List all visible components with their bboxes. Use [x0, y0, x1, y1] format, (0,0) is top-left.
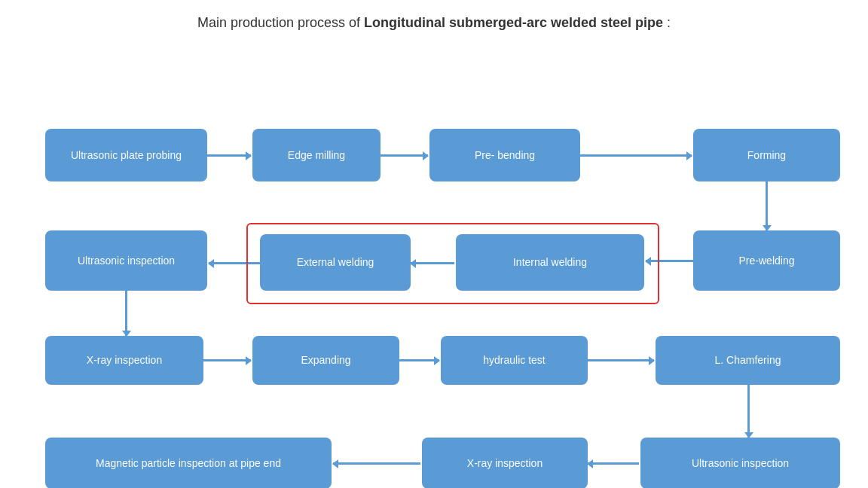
arrow-4: [766, 181, 768, 230]
title-bold: Longitudinal submerged-arc welded steel …: [364, 15, 663, 30]
box-x-ray-1: X-ray inspection: [45, 336, 203, 385]
box-pre-bending: Pre- bending: [429, 129, 580, 181]
arrow-9: [203, 359, 251, 361]
page: Main production process of Longitudinal …: [0, 0, 868, 488]
flow-diagram: Ultrasonic plate probing Edge milling Pr…: [23, 53, 845, 488]
box-x-ray-2: X-ray inspection: [422, 438, 588, 488]
arrow-10: [399, 359, 439, 361]
box-hydraulic-test: hydraulic test: [441, 336, 588, 385]
box-pre-welding: Pre-welding: [693, 230, 840, 291]
highlight-box: [246, 223, 659, 304]
title-suffix: :: [663, 15, 671, 30]
arrow-12: [747, 385, 750, 438]
arrow-11: [588, 359, 654, 361]
arrow-13: [588, 462, 639, 465]
box-ultrasonic-plate: Ultrasonic plate probing: [45, 129, 207, 181]
arrow-1: [207, 154, 251, 157]
page-title: Main production process of Longitudinal …: [23, 15, 845, 31]
title-prefix: Main production process of: [197, 15, 364, 30]
box-ultrasonic-inspection-2: Ultrasonic inspection: [640, 438, 840, 488]
box-forming: Forming: [693, 129, 840, 181]
box-l-chamfering: L. Chamfering: [656, 336, 840, 385]
box-expanding: Expanding: [252, 336, 399, 385]
box-edge-milling: Edge milling: [252, 129, 381, 181]
box-ultrasonic-inspection-1: Ultrasonic inspection: [45, 230, 207, 291]
box-magnetic-particle: Magnetic particle inspection at pipe end: [45, 438, 332, 488]
arrow-2: [381, 154, 428, 157]
arrow-3: [580, 154, 692, 157]
arrow-8: [125, 291, 127, 336]
arrow-14: [333, 462, 420, 465]
